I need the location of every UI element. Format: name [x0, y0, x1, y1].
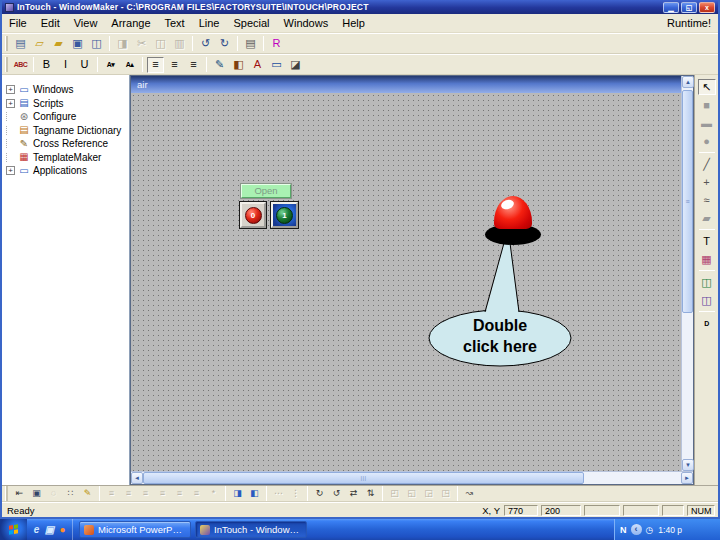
italic-button[interactable]: I	[57, 57, 74, 73]
bold-button[interactable]: B	[38, 57, 55, 73]
scroll-left-button[interactable]: ◄	[131, 472, 143, 484]
undo-button[interactable]: ↺	[197, 36, 214, 52]
stop-pushbutton[interactable]: 0	[240, 202, 266, 228]
tree-row[interactable]: +▭Windows	[2, 83, 129, 97]
canvas-window-titlebar[interactable]: air	[131, 76, 681, 93]
tree-row[interactable]: +▤Scripts	[2, 97, 129, 111]
task-button-0[interactable]: Microsoft PowerPoint - ...	[79, 521, 191, 538]
reshape-object-button[interactable]: ↝	[462, 487, 477, 501]
tree-row[interactable]: +▭Applications	[2, 164, 129, 178]
rounded-rectangle-tool-button[interactable]: ▬	[698, 115, 716, 131]
pointer-mode-button[interactable]: ⇤	[12, 487, 27, 501]
menu-text[interactable]: Text	[158, 14, 192, 32]
align-left-button[interactable]: ≡	[104, 487, 119, 501]
rotate-clockwise-button[interactable]: ↻	[312, 487, 327, 501]
alarm-lamp[interactable]	[494, 196, 532, 229]
save-window-button[interactable]: ▣	[69, 36, 86, 52]
make-symbol-button[interactable]: ◰	[387, 487, 402, 501]
expand-toggle[interactable]: +	[6, 99, 15, 108]
tree-row[interactable]: ✎Cross Reference	[2, 137, 129, 151]
align-bottom-button[interactable]: ≡	[189, 487, 204, 501]
fill-color-button[interactable]: ◧	[230, 57, 247, 73]
save-all-windows-button[interactable]: ◫	[88, 36, 105, 52]
toolbar-grip[interactable]	[5, 486, 8, 501]
menu-windows[interactable]: Windows	[277, 14, 336, 32]
firefox-icon[interactable]: ●	[56, 523, 69, 537]
align-top-button[interactable]: ≡	[155, 487, 170, 501]
menu-view[interactable]: View	[67, 14, 105, 32]
tree-row[interactable]: ▤Tagname Dictionary	[2, 124, 129, 138]
font-button[interactable]: ABC	[12, 57, 29, 73]
tree-item-templatemaker[interactable]: TemplateMaker	[33, 152, 101, 163]
bring-to-front-button[interactable]: ◨	[230, 487, 245, 501]
horizontal-scrollbar[interactable]: ◄ ||| ►	[131, 471, 693, 484]
enlarge-font-button[interactable]: A▴	[121, 57, 138, 73]
expand-toggle[interactable]: +	[6, 166, 15, 175]
open-indicator-button[interactable]: Open	[241, 184, 291, 198]
title-bar[interactable]: InTouch - WindowMaker - C:\PROGRAM FILES…	[2, 0, 718, 14]
cut-button[interactable]: ✂	[133, 36, 150, 52]
vertical-scroll-thumb[interactable]: ≡	[682, 90, 693, 313]
button-tool-button[interactable]: D	[698, 315, 716, 331]
tray-chevron-button[interactable]: ‹	[631, 524, 642, 535]
start-button[interactable]	[0, 519, 27, 540]
menu-file[interactable]: File	[2, 14, 34, 32]
toolbar-grip[interactable]	[5, 36, 8, 51]
tree-item-configure[interactable]: Configure	[33, 111, 76, 122]
menu-arrange[interactable]: Arrange	[104, 14, 157, 32]
select-tool-button[interactable]: ↖	[698, 79, 716, 95]
duplicate-button[interactable]: ◨	[114, 36, 131, 52]
open-window-button[interactable]: ▱	[31, 36, 48, 52]
menu-special[interactable]: Special	[226, 14, 276, 32]
runtime-link[interactable]: Runtime!	[667, 17, 718, 29]
scroll-right-button[interactable]: ►	[681, 472, 693, 484]
show-desktop-icon[interactable]: ▣	[43, 523, 56, 537]
underline-button[interactable]: U	[76, 57, 93, 73]
internet-explorer-icon[interactable]: e	[30, 523, 43, 537]
bitmap-tool-button[interactable]: ▦	[698, 251, 716, 267]
copy-button[interactable]: ◫	[152, 36, 169, 52]
break-cell-button[interactable]: ◳	[438, 487, 453, 501]
tree-item-applications[interactable]: Applications	[33, 165, 87, 176]
menu-line[interactable]: Line	[192, 14, 227, 32]
vertical-scrollbar[interactable]: ▲ ≡ ▼	[681, 76, 693, 471]
space-horizontal-button[interactable]: ⋯	[271, 487, 286, 501]
tree-row[interactable]: ▦TemplateMaker	[2, 151, 129, 165]
new-window-button[interactable]: ▤	[12, 36, 29, 52]
expand-toggle[interactable]: +	[6, 85, 15, 94]
scroll-up-button[interactable]: ▲	[682, 76, 694, 88]
flip-horizontal-button[interactable]: ⇄	[346, 487, 361, 501]
task-button-1[interactable]: InTouch - WindowMak...	[195, 521, 307, 538]
window-color-button[interactable]: ▭	[268, 57, 285, 73]
window-mode-button[interactable]: ▣	[29, 487, 44, 501]
horizontal-scroll-thumb[interactable]: |||	[143, 472, 584, 484]
menu-help[interactable]: Help	[335, 14, 372, 32]
break-symbol-button[interactable]: ◱	[404, 487, 419, 501]
line-tool-button[interactable]: ╱	[698, 156, 716, 172]
rectangle-tool-button[interactable]: ■	[698, 97, 716, 113]
redo-button[interactable]: ↻	[216, 36, 233, 52]
menu-edit[interactable]: Edit	[34, 14, 67, 32]
polyline-tool-button[interactable]: ≈	[698, 192, 716, 208]
align-middle-button[interactable]: ≡	[172, 487, 187, 501]
flip-vertical-button[interactable]: ⇅	[363, 487, 378, 501]
start-pushbutton[interactable]: 1	[271, 202, 298, 228]
text-tool-button[interactable]: T	[698, 233, 716, 249]
make-cell-button[interactable]: ◲	[421, 487, 436, 501]
tree-row[interactable]: ⊛Configure	[2, 110, 129, 124]
tree-item-scripts[interactable]: Scripts	[33, 98, 64, 109]
close-button[interactable]: x	[699, 2, 715, 13]
scroll-down-button[interactable]: ▼	[682, 459, 694, 471]
align-right-button[interactable]: ≡	[185, 57, 202, 73]
historical-trend-tool-button[interactable]: ◫	[698, 292, 716, 308]
realtime-trend-tool-button[interactable]: ◫	[698, 274, 716, 290]
text-color-button[interactable]: A	[249, 57, 266, 73]
runtime-fast-switch-button[interactable]: R	[268, 36, 285, 52]
tree-item-tagname-dictionary[interactable]: Tagname Dictionary	[33, 125, 121, 136]
paste-button[interactable]: ▥	[171, 36, 188, 52]
tray-n-icon[interactable]: N	[620, 525, 627, 535]
align-left-button[interactable]: ≡	[147, 57, 164, 73]
rotate-counterclockwise-button[interactable]: ↺	[329, 487, 344, 501]
close-window-button[interactable]: ▰	[50, 36, 67, 52]
print-button[interactable]: ▤	[242, 36, 259, 52]
